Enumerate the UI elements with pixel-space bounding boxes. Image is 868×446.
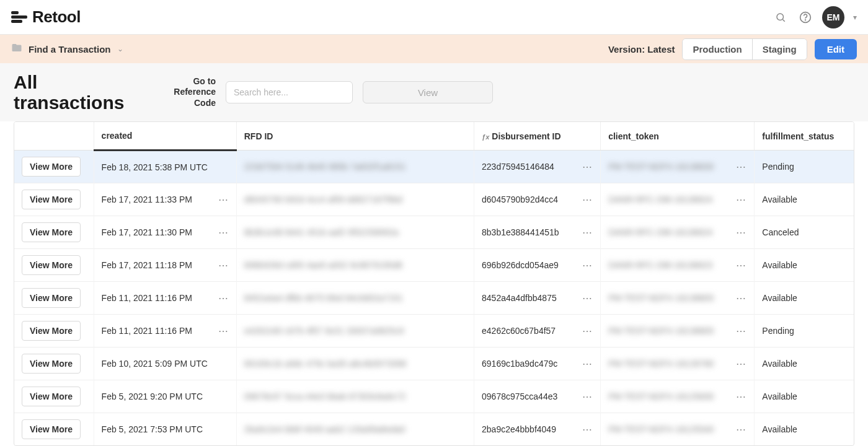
env-staging-button[interactable]: Staging [752, 39, 807, 59]
overflow-icon[interactable]: ⋯ [582, 194, 593, 206]
svg-line-1 [782, 19, 784, 21]
page-title: All transactions [14, 72, 150, 113]
disbursement-id-value: e4262c60c67b4f57 [482, 326, 577, 336]
client-token-value: PM-TEST-NDFX-18138805 [608, 326, 731, 336]
page-toolbar: All transactions Go to Reference Code Vi… [0, 63, 868, 121]
overflow-icon[interactable]: ⋯ [736, 260, 746, 271]
created-value: Feb 5, 2021 9:20 PM UTC [102, 391, 229, 401]
col-created[interactable]: created [94, 122, 236, 151]
col-disbursement-id[interactable]: ƒxDisbursement ID [474, 122, 601, 151]
col-client-token[interactable]: client_token [601, 122, 755, 151]
overflow-icon[interactable]: ⋯ [582, 358, 593, 370]
fulfillment-status-value: Available [755, 249, 854, 282]
header-actions: EM ▾ [773, 6, 857, 28]
view-more-button[interactable]: View More [22, 288, 81, 308]
disbursement-id-value: 2ba9c2e4bbbf4049 [482, 424, 577, 434]
view-more-button[interactable]: View More [22, 419, 81, 439]
col-rfd-id[interactable]: RFD ID [236, 122, 474, 151]
help-icon[interactable] [797, 9, 813, 25]
disbursement-id-value: 8452a4a4dfbb4875 [482, 293, 577, 303]
client-token-value: DANR-RFC-298-18138824 [608, 227, 731, 237]
version-label: Version: Latest [608, 44, 675, 55]
avatar[interactable]: EM [822, 6, 844, 28]
table-row[interactable]: View MoreFeb 11, 2021 11:16 PM⋯e4262c60 … [14, 315, 854, 348]
rfd-id-value: 2ba9c2e4 bbbf 4049 aab2 133a99a8eda0 [244, 424, 405, 434]
overflow-icon[interactable]: ⋯ [736, 325, 746, 337]
fulfillment-status-value: Available [755, 282, 854, 315]
disbursement-id-value: 696b926dcd054ae9 [482, 260, 577, 270]
view-more-button[interactable]: View More [22, 387, 81, 406]
table-row[interactable]: View MoreFeb 10, 2021 5:09 PM UTC69169c1… [14, 348, 854, 380]
chevron-down-icon[interactable]: ▾ [853, 13, 857, 22]
overflow-icon[interactable]: ⋯ [218, 292, 229, 304]
overflow-icon[interactable]: ⋯ [218, 260, 229, 271]
overflow-icon[interactable]: ⋯ [582, 424, 593, 435]
env-production-button[interactable]: Production [683, 39, 751, 59]
search-icon[interactable] [773, 9, 789, 25]
chevron-down-icon[interactable]: ⌄ [117, 45, 123, 53]
breadcrumb[interactable]: Find a Transaction ⌄ [11, 42, 123, 56]
rfd-id-value: 8452a4a4 dfbb 4875 bfed 84c9d02a7151 [244, 293, 403, 303]
overflow-icon[interactable]: ⋯ [736, 391, 746, 403]
overflow-icon[interactable]: ⋯ [736, 358, 746, 370]
table-row[interactable]: View MoreFeb 17, 2021 11:30 PM⋯8b3b1e38 … [14, 216, 854, 249]
overflow-icon[interactable]: ⋯ [582, 325, 593, 337]
disbursement-id-value: 69169c1ba9dc479c [482, 359, 577, 369]
fulfillment-status-value: Canceled [755, 216, 854, 249]
rfd-id-value: 8b3b1e38 8441 451b aaf2 9f32258992a [244, 227, 399, 237]
col-fulfillment-status[interactable]: fulfillment_status [755, 122, 854, 151]
rfd-id-value: 696b926d cd05 4ae9 a002 9c9879195d8 [244, 260, 402, 270]
overflow-icon[interactable]: ⋯ [218, 227, 229, 238]
client-token-value: PM-TEST-NDFX-18138830 [608, 162, 731, 172]
table-row[interactable]: View MoreFeb 5, 2021 7:53 PM UTC2ba9c2e4… [14, 413, 854, 446]
created-value: Feb 5, 2021 7:53 PM UTC [102, 424, 229, 434]
retool-logo-icon [11, 11, 27, 23]
created-value: Feb 11, 2021 11:16 PM [102, 293, 213, 303]
table-row[interactable]: View MoreFeb 5, 2021 9:20 PM UTC09678c97… [14, 380, 854, 413]
view-more-button[interactable]: View More [22, 157, 81, 177]
fulfillment-status-value: Pending [755, 151, 854, 183]
overflow-icon[interactable]: ⋯ [736, 161, 746, 173]
overflow-icon[interactable]: ⋯ [736, 292, 746, 304]
view-more-button[interactable]: View More [22, 190, 81, 209]
edit-button[interactable]: Edit [815, 39, 857, 59]
table-row[interactable]: View MoreFeb 18, 2021 5:38 PM UTC223d759… [14, 151, 854, 183]
overflow-icon[interactable]: ⋯ [582, 260, 593, 271]
brand-name: Retool [32, 7, 81, 27]
overflow-icon[interactable]: ⋯ [218, 325, 229, 337]
logo[interactable]: Retool [11, 7, 81, 27]
fulfillment-status-value: Available [755, 380, 854, 413]
overflow-icon[interactable]: ⋯ [582, 161, 593, 173]
fulfillment-status-value: Pending [755, 315, 854, 348]
overflow-icon[interactable]: ⋯ [582, 391, 593, 403]
rfd-id-value: 223d7594 5146 4b45 985b 7a832f1a8151 [244, 162, 406, 172]
fx-icon: ƒx [482, 133, 489, 141]
view-more-button[interactable]: View More [22, 321, 81, 341]
environment-controls: Version: Latest Production Staging Edit [608, 38, 857, 60]
view-button[interactable]: View [363, 81, 493, 103]
reference-code-input[interactable] [226, 81, 353, 103]
view-more-button[interactable]: View More [22, 354, 81, 374]
transactions-table: created RFD ID ƒxDisbursement ID client_… [14, 121, 854, 446]
folder-icon [11, 42, 22, 56]
client-token-value: PM-TEST-NDFX-18125830 [608, 391, 731, 401]
client-token-value: PM-TEST-NDFX-18128780 [608, 359, 731, 369]
view-more-button[interactable]: View More [22, 222, 81, 242]
environment-bar: Find a Transaction ⌄ Version: Latest Pro… [0, 35, 868, 63]
table-row[interactable]: View MoreFeb 17, 2021 11:18 PM⋯696b926d … [14, 249, 854, 282]
overflow-icon[interactable]: ⋯ [736, 424, 746, 435]
overflow-icon[interactable]: ⋯ [736, 227, 746, 238]
view-more-button[interactable]: View More [22, 255, 81, 275]
client-token-value: PM-TEST-NDFX-18125540 [608, 424, 731, 434]
created-value: Feb 17, 2021 11:33 PM [102, 195, 213, 204]
table-row[interactable]: View MoreFeb 17, 2021 11:33 PM⋯d6045790 … [14, 183, 854, 216]
overflow-icon[interactable]: ⋯ [736, 194, 746, 206]
overflow-icon[interactable]: ⋯ [582, 292, 593, 304]
table-row[interactable]: View MoreFeb 11, 2021 11:16 PM⋯8452a4a4 … [14, 282, 854, 315]
overflow-icon[interactable]: ⋯ [218, 194, 229, 206]
fulfillment-status-value: Available [755, 413, 854, 446]
top-header: Retool EM ▾ [0, 0, 868, 35]
created-value: Feb 18, 2021 5:38 PM UTC [102, 162, 229, 172]
overflow-icon[interactable]: ⋯ [582, 227, 593, 238]
disbursement-id-value: 223d75945146484 [482, 162, 577, 172]
